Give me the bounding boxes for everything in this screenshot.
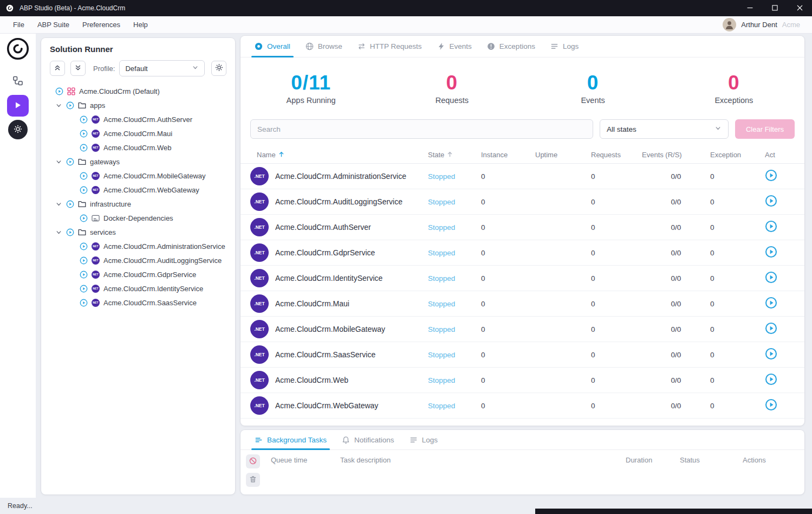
start-app-button[interactable]: [765, 169, 777, 183]
tab-background-tasks[interactable]: Background Tasks: [247, 430, 334, 449]
play-circle-icon[interactable]: [80, 130, 88, 138]
col-events-r-s[interactable]: Events (R/S): [642, 151, 710, 159]
play-circle-icon[interactable]: [80, 115, 88, 124]
start-app-button[interactable]: [765, 399, 777, 413]
clear-tasks-button[interactable]: [246, 473, 260, 487]
tree-item[interactable]: NETAcme.CloudCrm.MobileGateway: [41, 169, 235, 183]
close-button[interactable]: [787, 0, 812, 16]
tab-logs[interactable]: Logs: [402, 430, 445, 449]
tree-item-label: services: [90, 228, 116, 236]
state-filter-select[interactable]: All states: [600, 119, 729, 139]
tab-overall[interactable]: Overall: [247, 36, 298, 57]
profile-select[interactable]: Default: [119, 60, 205, 76]
minimize-button[interactable]: [737, 0, 762, 16]
play-circle-icon[interactable]: [66, 158, 74, 166]
tree-item[interactable]: infrastructure: [41, 197, 235, 211]
tab-notifications[interactable]: Notifications: [334, 430, 402, 449]
expand-all-button[interactable]: [70, 61, 86, 76]
play-circle-icon[interactable]: [80, 186, 88, 194]
tree-item[interactable]: NETAcme.CloudCrm.AdministrationService: [41, 239, 235, 253]
menu-item-file[interactable]: File: [13, 21, 24, 29]
tree-item[interactable]: services: [41, 225, 235, 239]
chevron-down-icon[interactable]: [55, 158, 62, 165]
menu-item-abp-suite[interactable]: ABP Suite: [37, 21, 69, 29]
start-app-button[interactable]: [765, 297, 777, 311]
avatar[interactable]: [723, 18, 736, 31]
col-state[interactable]: State: [428, 151, 481, 159]
app-name: Acme.CloudCrm.Maui: [275, 299, 428, 308]
maximize-icon: [772, 4, 778, 12]
clear-filters-button[interactable]: Clear Filters: [735, 119, 795, 139]
table-row[interactable]: .NETAcme.CloudCrm.IdentityServiceStopped…: [241, 266, 804, 291]
tree-item[interactable]: NETAcme.CloudCrm.AuditLoggingService: [41, 253, 235, 267]
table-row[interactable]: .NETAcme.CloudCrm.MauiStopped000/00: [241, 291, 804, 317]
chevron-down-icon[interactable]: [55, 102, 62, 109]
play-circle-icon[interactable]: [80, 242, 88, 250]
chevron-down-icon[interactable]: [55, 229, 62, 236]
runner-settings-button[interactable]: [211, 61, 226, 76]
start-app-button[interactable]: [765, 348, 777, 362]
settings-button[interactable]: [8, 120, 28, 139]
tab-browse[interactable]: Browse: [298, 36, 350, 57]
menu-item-preferences[interactable]: Preferences: [82, 21, 120, 29]
play-circle-icon[interactable]: [80, 172, 88, 180]
maximize-button[interactable]: [762, 0, 787, 16]
tab-events[interactable]: Events: [430, 36, 479, 57]
tree-item[interactable]: NETAcme.CloudCrm.AuthServer: [41, 112, 235, 126]
col-uptime[interactable]: Uptime: [535, 151, 591, 159]
tree-item[interactable]: gateways: [41, 155, 235, 169]
cancel-tasks-button[interactable]: [246, 454, 260, 468]
table-row[interactable]: .NETAcme.CloudCrm.AuditLoggingServiceSto…: [241, 189, 804, 215]
start-app-button[interactable]: [765, 373, 777, 387]
start-app-button[interactable]: [765, 322, 777, 336]
collapse-all-button[interactable]: [50, 61, 65, 76]
play-circle-icon[interactable]: [80, 214, 88, 222]
col-act[interactable]: Act: [765, 151, 795, 159]
app-events: 0/0: [642, 300, 710, 308]
app-events: 0/0: [642, 376, 710, 384]
table-row[interactable]: .NETAcme.CloudCrm.GdprServiceStopped000/…: [241, 240, 804, 266]
tree-item[interactable]: Acme.CloudCrm (Default): [41, 84, 235, 98]
tab-logs[interactable]: Logs: [543, 36, 586, 57]
play-circle-icon[interactable]: [80, 144, 88, 152]
play-circle-icon[interactable]: [80, 256, 88, 265]
play-circle-icon[interactable]: [66, 200, 74, 208]
table-row[interactable]: .NETAcme.CloudCrm.AuthServerStopped000/0…: [241, 215, 804, 240]
search-input[interactable]: [250, 119, 593, 139]
tab-exceptions[interactable]: Exceptions: [479, 36, 543, 57]
play-circle-icon[interactable]: [66, 228, 74, 236]
col-exception[interactable]: Exception: [710, 151, 765, 159]
solution-explorer-button[interactable]: [7, 70, 29, 92]
play-circle-icon[interactable]: [80, 299, 88, 307]
col-requests[interactable]: Requests: [591, 151, 642, 159]
start-app-button[interactable]: [765, 246, 777, 260]
user-area: Arthur Dent Acme: [723, 18, 812, 31]
table-row[interactable]: .NETAcme.CloudCrm.MobileGatewayStopped00…: [241, 317, 804, 342]
chevron-down-icon[interactable]: [55, 201, 62, 208]
start-app-button[interactable]: [765, 220, 777, 234]
tree-item[interactable]: NETAcme.CloudCrm.IdentityService: [41, 281, 235, 295]
col-name[interactable]: Name: [250, 151, 428, 159]
col-instance[interactable]: Instance: [481, 151, 535, 159]
tree-item[interactable]: NETAcme.CloudCrm.GdprService: [41, 267, 235, 281]
play-circle-icon[interactable]: [80, 285, 88, 293]
tab-http-requests[interactable]: HTTP Requests: [350, 36, 430, 57]
menu-item-help[interactable]: Help: [133, 21, 148, 29]
play-circle-icon[interactable]: [55, 87, 63, 95]
play-circle-icon[interactable]: [80, 271, 88, 279]
tree-item[interactable]: NETAcme.CloudCrm.Maui: [41, 126, 235, 140]
tree-item[interactable]: NETAcme.CloudCrm.SaasService: [41, 295, 235, 310]
table-row[interactable]: .NETAcme.CloudCrm.WebGatewayStopped000/0…: [241, 393, 804, 419]
play-circle-icon[interactable]: [66, 101, 74, 110]
table-row[interactable]: .NETAcme.CloudCrm.WebStopped000/00: [241, 368, 804, 393]
tree-item-label: Acme.CloudCrm.SaasService: [103, 299, 197, 307]
tree-item[interactable]: Docker-Dependencies: [41, 211, 235, 225]
solution-runner-button[interactable]: [7, 95, 29, 117]
table-row[interactable]: .NETAcme.CloudCrm.SaasServiceStopped000/…: [241, 342, 804, 368]
table-row[interactable]: .NETAcme.CloudCrm.AdministrationServiceS…: [241, 164, 804, 189]
start-app-button[interactable]: [765, 195, 777, 209]
tree-item[interactable]: NETAcme.CloudCrm.WebGateway: [41, 183, 235, 197]
tree-item[interactable]: NETAcme.CloudCrm.Web: [41, 140, 235, 155]
start-app-button[interactable]: [765, 271, 777, 285]
tree-item[interactable]: apps: [41, 98, 235, 112]
